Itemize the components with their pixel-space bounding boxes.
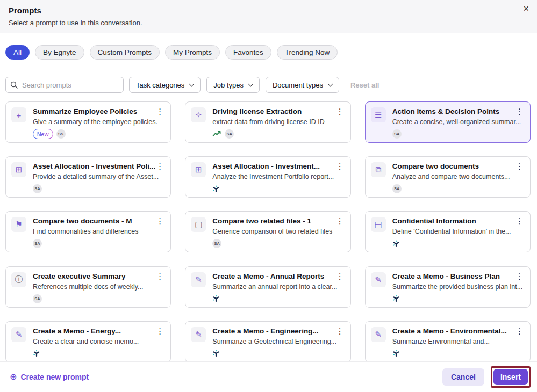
prompt-title: Compare two documents - M xyxy=(33,217,165,225)
create-new-prompt-button[interactable]: ⊕ Create new prompt xyxy=(6,372,92,382)
prompt-card[interactable]: + Summarize Employee Policies Give a sum… xyxy=(5,101,171,143)
prompt-card[interactable]: ⚑ Compare two documents - M Find commona… xyxy=(5,211,171,252)
prompt-card[interactable]: ✎ Create a Memo - Energy... Create a cle… xyxy=(5,321,171,362)
filter-pill-custom-prompts[interactable]: Custom Prompts xyxy=(90,45,160,60)
kebab-menu-icon[interactable]: ⋮ xyxy=(514,326,525,336)
prompt-card[interactable]: ⧉ Compare two documents Analyze and comp… xyxy=(365,156,531,198)
prompt-badges: SA xyxy=(33,239,165,248)
kebab-menu-icon[interactable]: ⋮ xyxy=(514,216,525,226)
owner-initials-badge: SS xyxy=(56,129,66,139)
prompt-badges xyxy=(33,349,165,358)
chevron-down-icon xyxy=(189,81,195,86)
egnyte-logo-icon xyxy=(212,350,220,357)
prompt-description: Summarize Environmental and... xyxy=(392,338,525,345)
dropdown-document-types[interactable]: Document types xyxy=(266,77,339,93)
filter-toolbar: Task categoriesJob typesDocument types R… xyxy=(5,77,532,93)
prompt-card[interactable]: ⓘ Create executive Summary References mu… xyxy=(5,266,171,308)
filter-pill-by-egnyte[interactable]: By Egnyte xyxy=(35,45,84,60)
prompt-card-body: Create a Memo - Annual Reports Summarize… xyxy=(212,272,345,303)
prompt-card[interactable]: ✎ Create a Memo - Annual Reports Summari… xyxy=(185,266,350,308)
search-input[interactable] xyxy=(5,77,124,93)
prompt-card[interactable]: ✎ Create a Memo - Business Plan Summariz… xyxy=(365,266,531,308)
page-title: Prompts xyxy=(9,6,528,15)
prompt-title: Summarize Employee Policies xyxy=(33,107,165,115)
prompt-card-body: Driving license Extraction extract data … xyxy=(212,107,345,138)
prompt-badges xyxy=(392,349,525,358)
prompt-card-body: Compare two documents - M Find commonali… xyxy=(33,217,165,248)
kebab-menu-icon[interactable]: ⋮ xyxy=(514,162,525,171)
circled-plus-icon: ⊕ xyxy=(10,373,17,381)
reset-all-button[interactable]: Reset all xyxy=(347,81,382,90)
filter-pill-trending-now[interactable]: Trending Now xyxy=(277,45,338,60)
dialog-header: Prompts Select a prompt to use in this c… xyxy=(0,0,537,33)
prompt-badges xyxy=(212,294,345,303)
kebab-menu-icon[interactable]: ⋮ xyxy=(154,216,166,226)
close-icon[interactable]: × xyxy=(522,2,530,16)
prompt-card-body: Summarize Employee Policies Give a summa… xyxy=(33,107,165,138)
filter-pill-favorites[interactable]: Favorites xyxy=(225,45,271,60)
prompt-description: Define 'Confidential Information' in the… xyxy=(392,228,525,235)
dropdown-job-types[interactable]: Job types xyxy=(206,77,260,93)
filter-pill-all[interactable]: All xyxy=(5,45,30,60)
dropdown-task-categories[interactable]: Task categories xyxy=(129,77,201,93)
prompt-badges: SA xyxy=(212,129,345,139)
prompt-card[interactable]: ⊞ Asset Allocation - Investment... Analy… xyxy=(185,156,350,198)
filter-pill-my-prompts[interactable]: My Prompts xyxy=(165,45,220,60)
prompt-card-body: Create a Memo - Engineering... Summarize… xyxy=(212,327,345,358)
owner-initials-badge: SA xyxy=(33,294,42,303)
sparkle-icon: ✧ xyxy=(191,107,206,122)
prompt-title: Driving license Extraction xyxy=(212,107,345,115)
bookmark-icon: ⚑ xyxy=(11,217,26,232)
prompt-description: Summarize the provided business plan int… xyxy=(392,283,525,291)
kebab-menu-icon[interactable]: ⋮ xyxy=(514,272,525,281)
prompt-badges xyxy=(392,294,525,303)
info-icon: ⓘ xyxy=(11,272,26,287)
owner-initials-badge: SA xyxy=(33,239,42,248)
prompt-card[interactable]: ▤ Confidential Information Define 'Confi… xyxy=(365,211,531,252)
chevron-down-icon xyxy=(327,81,333,86)
prompt-title: Compare two related files - 1 xyxy=(212,217,345,225)
prompt-description: Summarize a Geotechnical Engineering... xyxy=(212,338,345,345)
owner-initials-badge: SA xyxy=(33,184,42,193)
kebab-menu-icon[interactable]: ⋮ xyxy=(334,272,346,281)
filter-pill-row: AllBy EgnyteCustom PromptsMy PromptsFavo… xyxy=(5,45,532,60)
owner-initials-badge: SA xyxy=(392,129,402,139)
pencil-icon: ✎ xyxy=(371,327,386,342)
prompt-card-body: Create a Memo - Business Plan Summarize … xyxy=(392,272,525,303)
kebab-menu-icon[interactable]: ⋮ xyxy=(154,107,166,116)
prompt-title: Confidential Information xyxy=(392,217,525,225)
prompt-card[interactable]: ⊞ Asset Allocation - Investment Poli... … xyxy=(5,156,171,198)
prompt-title: Create executive Summary xyxy=(33,272,165,280)
prompt-badges xyxy=(392,239,525,248)
prompt-card[interactable]: ✎ Create a Memo - Engineering... Summari… xyxy=(185,321,350,362)
prompt-card[interactable]: ✧ Driving license Extraction extract dat… xyxy=(185,101,350,143)
prompt-title: Create a Memo - Energy... xyxy=(33,327,165,335)
kebab-menu-icon[interactable]: ⋮ xyxy=(334,107,346,116)
prompt-card[interactable]: ☰ Action Items & Decision Points Create … xyxy=(365,101,531,143)
kebab-menu-icon[interactable]: ⋮ xyxy=(154,272,166,281)
prompt-badges xyxy=(212,184,345,193)
pencil-icon: ✎ xyxy=(371,272,386,287)
kebab-menu-icon[interactable]: ⋮ xyxy=(334,326,346,336)
prompt-card-body: Asset Allocation - Investment Poli... Pr… xyxy=(33,162,165,193)
insert-button[interactable]: Insert xyxy=(493,369,528,385)
prompt-title: Asset Allocation - Investment Poli... xyxy=(33,162,165,170)
kebab-menu-icon[interactable]: ⋮ xyxy=(514,107,525,116)
kebab-menu-icon[interactable]: ⋮ xyxy=(154,326,166,336)
prompt-title: Action Items & Decision Points xyxy=(392,107,525,115)
egnyte-logo-icon xyxy=(392,240,400,248)
owner-initials-badge: SA xyxy=(212,239,221,248)
kebab-menu-icon[interactable]: ⋮ xyxy=(334,216,346,226)
prompt-card[interactable]: ▢ Compare two related files - 1 Generice… xyxy=(185,211,350,252)
kebab-menu-icon[interactable]: ⋮ xyxy=(334,162,346,171)
prompt-card-body: Create a Memo - Energy... Create a clear… xyxy=(33,327,165,358)
prompt-description: Find commonalities and differences xyxy=(33,228,165,235)
create-new-prompt-label: Create new prompt xyxy=(20,373,89,381)
cancel-button[interactable]: Cancel xyxy=(442,368,484,386)
prompt-card[interactable]: ✎ Create a Memo - Environmental... Summa… xyxy=(365,321,531,362)
egnyte-logo-icon xyxy=(212,185,220,193)
plus-icon: + xyxy=(11,107,26,122)
kebab-menu-icon[interactable]: ⋮ xyxy=(154,162,166,171)
prompt-card-body: Compare two related files - 1 Generice c… xyxy=(212,217,345,248)
prompt-badges: NewSS xyxy=(33,129,165,139)
